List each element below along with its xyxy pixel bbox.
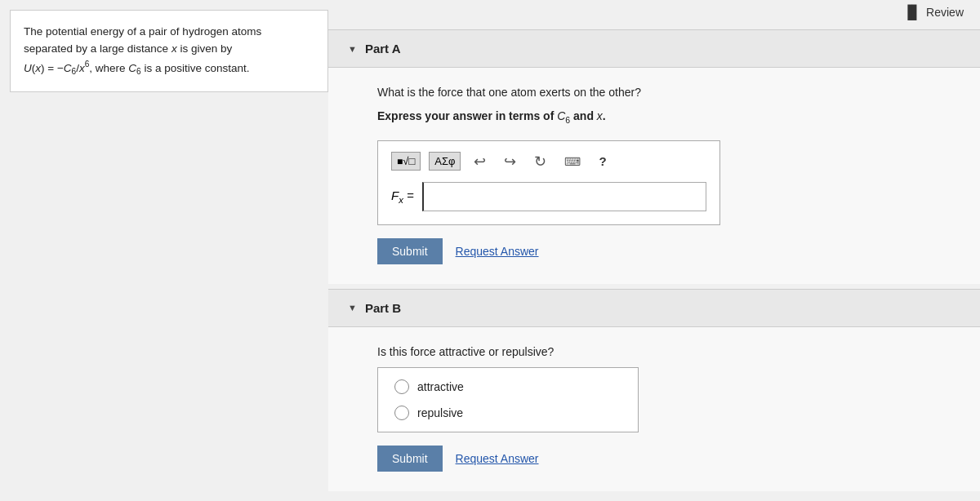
- part-a-express: Express your answer in terms of C6 and x…: [377, 108, 931, 127]
- part-b-content: Is this force attractive or repulsive? a…: [328, 327, 980, 491]
- radio-option-repulsive[interactable]: repulsive: [394, 406, 621, 420]
- part-a-question: What is the force that one atom exerts o…: [377, 84, 931, 101]
- radio-attractive-label: attractive: [417, 380, 464, 393]
- redo-button[interactable]: ↪: [499, 151, 521, 172]
- template-button[interactable]: ■ √□: [391, 152, 421, 171]
- part-a-chevron-icon: ▼: [348, 44, 357, 54]
- part-b-request-answer-button[interactable]: Request Answer: [456, 452, 539, 465]
- help-button[interactable]: ?: [594, 153, 611, 170]
- radio-repulsive-label: repulsive: [417, 406, 463, 419]
- fx-input[interactable]: [422, 182, 706, 211]
- part-a-buttons: Submit Request Answer: [377, 238, 931, 264]
- part-b-section: ▼ Part B Is this force attractive or rep…: [328, 289, 980, 491]
- part-b-buttons: Submit Request Answer: [377, 446, 931, 472]
- part-b-header[interactable]: ▼ Part B: [328, 289, 980, 327]
- reset-button[interactable]: ↻: [529, 151, 551, 172]
- math-input-container: ■ √□ AΣφ ↩ ↪ ↻ ⌨ ? Fx =: [377, 140, 720, 225]
- review-icon: ▐▌: [902, 5, 921, 20]
- part-a-title: Part A: [365, 42, 401, 55]
- radio-attractive-circle[interactable]: [394, 379, 409, 394]
- template-icon: ■: [397, 156, 403, 167]
- part-b-submit-button[interactable]: Submit: [377, 446, 443, 472]
- part-b-title: Part B: [365, 301, 401, 315]
- part-a-content: What is the force that one atom exerts o…: [328, 68, 980, 284]
- part-b-chevron-icon: ▼: [348, 303, 357, 313]
- problem-statement: The potential energy of a pair of hydrog…: [10, 10, 328, 92]
- review-label: Review: [926, 6, 964, 19]
- math-input-row: Fx =: [391, 182, 706, 211]
- radio-options-container: attractive repulsive: [377, 367, 639, 432]
- review-button[interactable]: ▐▌ Review: [902, 5, 964, 20]
- sqrt-icon: √□: [403, 155, 415, 167]
- undo-button[interactable]: ↩: [469, 151, 491, 172]
- greek-button[interactable]: AΣφ: [429, 152, 461, 171]
- radio-option-attractive[interactable]: attractive: [394, 379, 621, 394]
- problem-text: The potential energy of a pair of hydrog…: [24, 24, 314, 78]
- keyboard-button[interactable]: ⌨: [559, 153, 586, 170]
- radio-repulsive-circle[interactable]: [394, 406, 409, 420]
- fx-label: Fx =: [391, 188, 414, 205]
- greek-label: AΣφ: [434, 155, 455, 167]
- part-a-request-answer-button[interactable]: Request Answer: [456, 245, 539, 258]
- part-a-submit-button[interactable]: Submit: [377, 238, 443, 264]
- part-b-question: Is this force attractive or repulsive?: [377, 344, 931, 361]
- math-toolbar: ■ √□ AΣφ ↩ ↪ ↻ ⌨ ?: [391, 151, 706, 172]
- part-a-section: ▼ Part A What is the force that one atom…: [328, 29, 980, 284]
- right-panel: ▼ Part A What is the force that one atom…: [328, 0, 980, 501]
- part-a-header[interactable]: ▼ Part A: [328, 29, 980, 68]
